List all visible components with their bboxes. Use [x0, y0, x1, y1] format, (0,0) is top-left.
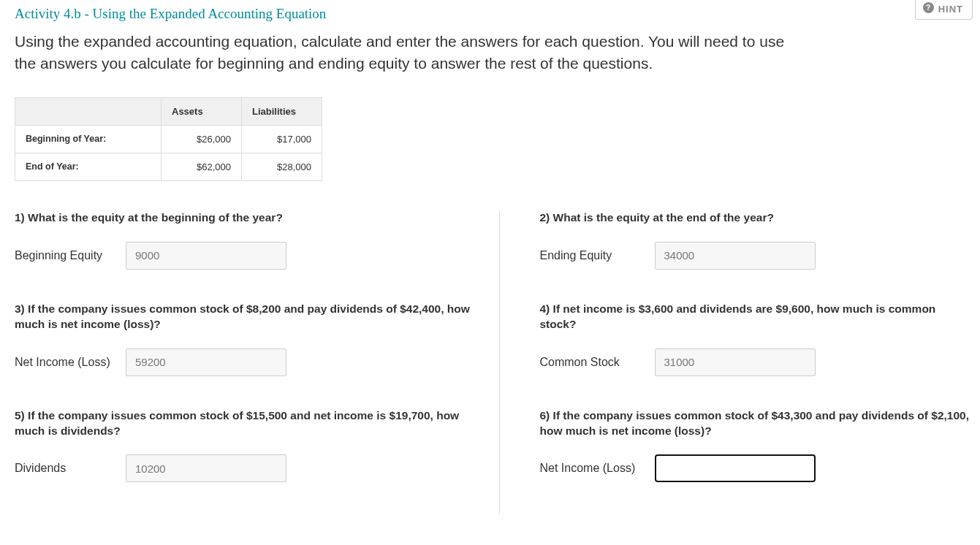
hint-label: HINT [938, 4, 963, 15]
left-column: 1) What is the equity at the beginning o… [15, 210, 500, 515]
questions-container: 1) What is the equity at the beginning o… [15, 210, 965, 515]
net-income-input-q6[interactable] [655, 454, 816, 482]
answer-label: Common Stock [540, 356, 646, 369]
answer-label: Dividends [15, 462, 117, 475]
svg-text:?: ? [926, 4, 931, 12]
question-text: 6) If the company issues common stock of… [540, 408, 976, 439]
row-label: Beginning of Year: [15, 125, 162, 153]
beginning-equity-input[interactable] [126, 242, 286, 270]
answer-label: Beginning Equity [15, 249, 117, 262]
question-text: 5) If the company issues common stock of… [15, 408, 477, 439]
question-2: 2) What is the equity at the end of the … [540, 210, 976, 270]
question-text: 1) What is the equity at the beginning o… [15, 210, 477, 226]
net-income-input-q3[interactable] [126, 348, 286, 376]
answer-label: Net Income (Loss) [540, 462, 646, 475]
answer-label: Net Income (Loss) [15, 356, 117, 369]
answer-label: Ending Equity [540, 249, 646, 262]
table-row: End of Year: $62,000 $28,000 [15, 153, 322, 180]
table-row: Beginning of Year: $26,000 $17,000 [15, 125, 322, 153]
question-text: 2) What is the equity at the end of the … [540, 210, 976, 226]
row-label: End of Year: [15, 153, 162, 180]
cell-liabilities: $17,000 [242, 125, 322, 153]
table-header-liabilities: Liabilities [242, 97, 322, 125]
question-text: 3) If the company issues common stock of… [15, 302, 477, 332]
question-5: 5) If the company issues common stock of… [15, 408, 477, 483]
cell-assets: $62,000 [162, 153, 242, 180]
instructions-text: Using the expanded accounting equation, … [15, 31, 789, 75]
dividends-input[interactable] [126, 454, 286, 482]
question-4: 4) If net income is $3,600 and dividends… [540, 302, 976, 376]
ending-equity-input[interactable] [655, 242, 816, 270]
question-circle-icon: ? [923, 2, 934, 15]
hint-button[interactable]: ? HINT [915, 0, 973, 20]
table-header-assets: Assets [162, 97, 242, 125]
question-text: 4) If net income is $3,600 and dividends… [540, 302, 976, 332]
data-table: Assets Liabilities Beginning of Year: $2… [15, 97, 322, 181]
table-corner [15, 97, 162, 125]
activity-title: Activity 4.b - Using the Expanded Accoun… [15, 6, 965, 22]
question-6: 6) If the company issues common stock of… [540, 408, 976, 483]
common-stock-input[interactable] [655, 348, 816, 376]
cell-assets: $26,000 [162, 125, 242, 153]
question-3: 3) If the company issues common stock of… [15, 302, 477, 376]
question-1: 1) What is the equity at the beginning o… [15, 210, 477, 270]
cell-liabilities: $28,000 [242, 153, 322, 180]
right-column: 2) What is the equity at the end of the … [500, 210, 976, 515]
